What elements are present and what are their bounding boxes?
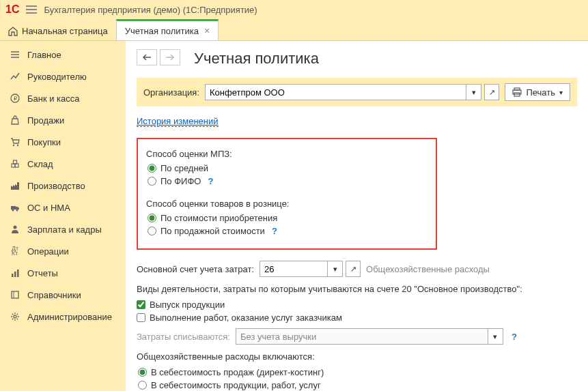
svg-rect-17 (12, 291, 18, 298)
svg-point-5 (13, 145, 14, 146)
bag-icon (10, 115, 20, 126)
boxes-icon (10, 158, 20, 169)
radio-input[interactable] (148, 177, 156, 186)
print-button[interactable]: Печать ▾ (505, 83, 570, 101)
sidebar-item-label: Склад (27, 159, 53, 169)
mpz-option-average[interactable]: По средней (148, 163, 428, 173)
gear-icon (10, 311, 20, 322)
overhead-option-direct[interactable]: В себестоимость продаж (директ-костинг) (138, 367, 577, 377)
svg-point-13 (14, 226, 17, 229)
help-icon[interactable]: ? (272, 226, 277, 236)
sidebar-item-label: Производство (27, 181, 85, 191)
overhead-option-cost[interactable]: В себестоимость продукции, работ, услуг (138, 380, 577, 390)
sidebar-item-warehouse[interactable]: Склад (0, 153, 126, 175)
checkbox-label: Выполнение работ, оказание услуг заказчи… (150, 313, 342, 323)
sidebar-item-label: Продажи (27, 115, 64, 126)
help-icon[interactable]: ? (512, 332, 517, 342)
checkbox-label: Выпуск продукции (150, 300, 225, 310)
printer-icon (512, 87, 522, 97)
dropdown-button[interactable]: ▾ (488, 328, 503, 345)
sidebar-item-reports[interactable]: Отчеты (0, 262, 126, 284)
main-account-field[interactable] (260, 261, 328, 277)
ruble-icon: ₽ (10, 93, 20, 104)
radio-input[interactable] (148, 227, 156, 235)
dropdown-button[interactable]: ▾ (328, 261, 343, 277)
organization-label: Организация: (143, 87, 199, 98)
mpz-option-fifo[interactable]: По ФИФО ? (148, 176, 428, 186)
sidebar-item-operations[interactable]: ДтКт Операции (0, 240, 126, 262)
sidebar-item-label: ОС и НМА (27, 203, 70, 213)
radio-input[interactable] (138, 368, 147, 377)
tab-close-icon[interactable]: × (204, 25, 210, 36)
checkbox-production[interactable]: Выпуск продукции (137, 300, 577, 310)
person-icon (10, 224, 20, 235)
chart-up-icon (10, 71, 20, 82)
svg-rect-10 (11, 206, 16, 209)
list-icon (10, 49, 20, 60)
checkbox-input[interactable] (137, 313, 145, 322)
svg-text:₽: ₽ (14, 96, 17, 102)
sidebar-item-purchases[interactable]: Покупки (0, 131, 126, 153)
retail-option-sale[interactable]: По продажной стоимости ? (148, 226, 428, 236)
truck-icon (10, 202, 20, 213)
sidebar-item-assets[interactable]: ОС и НМА (0, 197, 126, 218)
cart-icon (10, 136, 20, 147)
tab-home[interactable]: Начальная страница (0, 22, 116, 40)
checkbox-services[interactable]: Выполнение работ, оказание услуг заказчи… (137, 313, 577, 323)
sidebar: Главное Руководителю ₽ Банк и касса Прод… (0, 41, 126, 391)
help-icon[interactable]: ? (208, 176, 213, 186)
open-button[interactable]: ↗ (484, 84, 499, 100)
sidebar-item-bank[interactable]: ₽ Банк и касса (0, 87, 126, 109)
highlighted-section: Способ оценки МПЗ: По средней По ФИФО ? … (137, 138, 437, 250)
home-icon (8, 27, 18, 36)
bars-icon (10, 267, 20, 278)
sidebar-item-main[interactable]: Главное (0, 44, 126, 66)
radio-label: По средней (160, 163, 208, 173)
history-link[interactable]: История изменений (137, 116, 219, 127)
tab-active-label: Учетная политика (125, 26, 199, 36)
svg-rect-7 (12, 164, 15, 167)
page-title: Учетная политика (194, 50, 319, 68)
tab-active[interactable]: Учетная политика × (116, 19, 219, 40)
sidebar-item-label: Главное (27, 50, 61, 60)
book-icon (10, 289, 20, 300)
sidebar-item-manager[interactable]: Руководителю (0, 66, 126, 87)
nav-back-button[interactable] (137, 49, 157, 66)
sidebar-item-hr[interactable]: Зарплата и кадры (0, 218, 126, 240)
radio-label: В себестоимость продаж (директ-костинг) (151, 367, 324, 377)
sidebar-item-label: Зарплата и кадры (27, 225, 102, 235)
nav-forward-button[interactable] (160, 49, 180, 66)
sidebar-item-production[interactable]: Производство (0, 175, 126, 197)
radio-input[interactable] (148, 214, 156, 222)
svg-rect-9 (14, 160, 17, 164)
overhead-label: Общехозяйственные расходы включаются: (137, 351, 577, 362)
sidebar-item-sales[interactable]: Продажи (0, 109, 126, 131)
sidebar-item-catalogs[interactable]: Справочники (0, 284, 126, 306)
svg-point-12 (16, 209, 18, 212)
svg-rect-16 (17, 270, 19, 277)
radio-input[interactable] (148, 164, 156, 173)
sidebar-item-label: Руководителю (27, 72, 87, 82)
sidebar-item-admin[interactable]: Администрирование (0, 306, 126, 328)
radio-input[interactable] (138, 381, 147, 390)
organization-field[interactable] (205, 84, 466, 100)
checkbox-input[interactable] (137, 300, 145, 309)
logo-1c: 1C (5, 3, 19, 16)
main-menu-icon[interactable] (26, 5, 37, 14)
svg-rect-14 (12, 274, 14, 277)
radio-label: В себестоимость продукции, работ, услуг (151, 380, 321, 390)
svg-rect-15 (14, 272, 16, 277)
radio-label: По продажной стоимости (160, 226, 265, 236)
svg-point-6 (17, 145, 18, 146)
open-button[interactable]: ↗ (346, 261, 361, 277)
svg-point-19 (14, 315, 16, 318)
sidebar-item-label: Банк и касса (27, 93, 80, 104)
sidebar-item-label: Покупки (27, 137, 61, 147)
dtkt-icon: ДтКт (10, 246, 20, 257)
factory-icon (10, 180, 20, 191)
retail-option-cost[interactable]: По стоимости приобретения (148, 213, 428, 223)
sidebar-item-label: Отчеты (27, 268, 58, 278)
retail-label: Способ оценки товаров в рознице: (146, 199, 428, 209)
main-account-desc: Общехозяйственные расходы (366, 264, 490, 274)
dropdown-button[interactable]: ▾ (466, 84, 481, 100)
